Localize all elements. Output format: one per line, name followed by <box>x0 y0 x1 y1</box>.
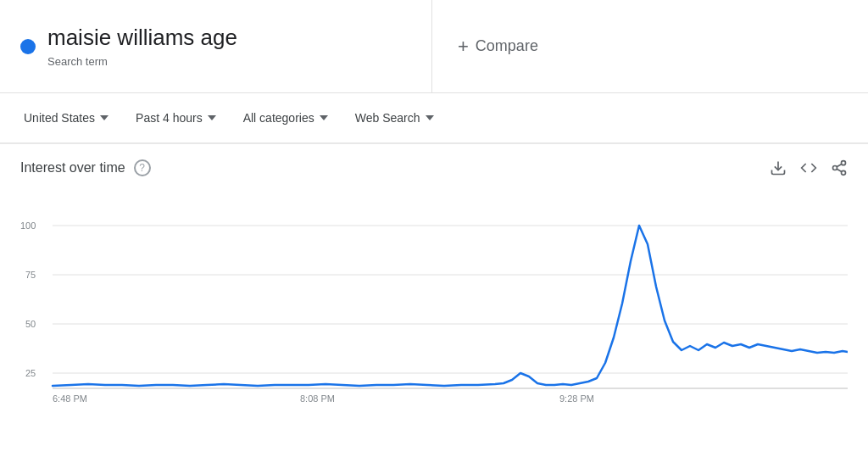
x-label-648: 6:48 PM <box>53 393 87 404</box>
compare-plus-icon: + <box>458 36 469 58</box>
compare-button[interactable]: + Compare <box>458 36 538 58</box>
chart-container: 100 75 50 25 6:48 PM 8:08 PM 9:28 PM <box>0 185 868 417</box>
x-label-808: 8:08 PM <box>300 393 335 404</box>
category-chevron-icon <box>320 115 328 120</box>
location-chevron-icon <box>100 115 108 120</box>
search-type-chevron-icon <box>426 115 434 120</box>
search-term-text: maisie williams age Search term <box>47 25 237 67</box>
chart-section: Interest over time ? <box>0 144 868 417</box>
y-label-50: 50 <box>25 319 36 329</box>
search-term-label: Search term <box>47 55 237 68</box>
search-term-title: maisie williams age <box>47 25 237 51</box>
category-filter[interactable]: All categories <box>233 104 338 131</box>
term-color-dot <box>20 39 36 54</box>
location-filter[interactable]: United States <box>14 104 119 131</box>
time-filter[interactable]: Past 4 hours <box>125 104 226 131</box>
svg-point-3 <box>842 170 846 175</box>
search-type-filter-label: Web Search <box>355 111 420 125</box>
header: maisie williams age Search term + Compar… <box>0 0 868 93</box>
category-filter-label: All categories <box>243 111 314 125</box>
chart-header: Interest over time ? <box>0 144 868 185</box>
time-chevron-icon <box>208 115 216 120</box>
y-label-100: 100 <box>20 220 36 231</box>
time-filter-label: Past 4 hours <box>136 111 203 125</box>
svg-point-2 <box>833 166 837 170</box>
chart-actions <box>770 159 848 176</box>
y-label-75: 75 <box>25 270 36 280</box>
search-term-section: maisie williams age Search term <box>0 0 432 92</box>
help-icon[interactable]: ? <box>134 159 151 176</box>
svg-line-4 <box>837 169 842 171</box>
y-label-25: 25 <box>25 368 36 378</box>
compare-label: Compare <box>476 37 538 55</box>
embed-icon[interactable] <box>800 159 817 176</box>
compare-section: + Compare <box>432 0 868 92</box>
location-filter-label: United States <box>24 111 95 125</box>
x-label-928: 9:28 PM <box>559 393 594 404</box>
filters-bar: United States Past 4 hours All categorie… <box>0 93 868 144</box>
interest-chart: 100 75 50 25 6:48 PM 8:08 PM 9:28 PM <box>20 185 848 405</box>
download-icon[interactable] <box>770 159 787 176</box>
help-icon-label: ? <box>139 162 145 174</box>
share-icon[interactable] <box>831 159 848 176</box>
chart-title-area: Interest over time ? <box>20 159 151 176</box>
svg-line-5 <box>837 164 842 166</box>
search-type-filter[interactable]: Web Search <box>345 104 444 131</box>
svg-point-1 <box>842 161 846 165</box>
chart-title: Interest over time <box>20 160 125 176</box>
trend-line <box>53 226 848 386</box>
